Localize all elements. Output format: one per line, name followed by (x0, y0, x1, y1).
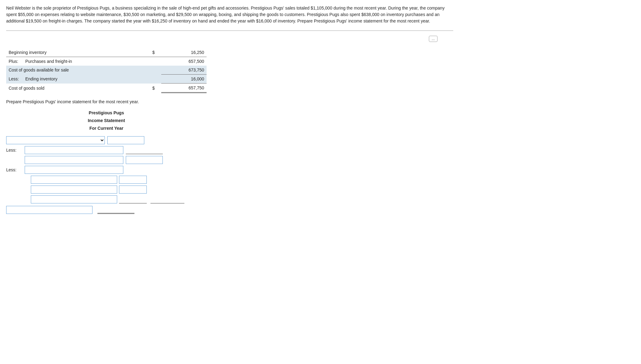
expense-row-2 (31, 186, 207, 194)
dollar-sign (150, 75, 161, 84)
income-form: Net sales revenue Sales revenue Less: Le… (6, 136, 207, 214)
horizontal-divider (6, 31, 453, 31)
expense-row-3 (31, 195, 207, 203)
expense1-amount-input[interactable] (119, 176, 147, 184)
less2-label: Less: (6, 167, 25, 172)
expenses-block (6, 176, 207, 203)
less2-row: Less: (6, 166, 207, 174)
row-label: Plus: Purchases and freight-in (6, 57, 150, 66)
intro-paragraph: Neil Webster is the sole proprietor of P… (6, 5, 453, 24)
row-label: Less: Ending inventory (6, 75, 150, 84)
expense2-amount-input[interactable] (119, 186, 147, 194)
company-name: Prestigious Pugs (6, 109, 207, 117)
net-income-label-input[interactable] (6, 206, 92, 214)
row-amount: 657,500 (161, 57, 207, 66)
expense3-label-input[interactable] (31, 195, 117, 203)
gross-profit-amount-input[interactable] (126, 156, 163, 164)
gross-profit-input[interactable] (25, 156, 123, 164)
revenue-row: Net sales revenue Sales revenue (6, 136, 207, 144)
dollar-sign (150, 66, 161, 75)
expense3-amount-input[interactable] (119, 195, 147, 203)
row-amount: 657,750 (161, 84, 207, 93)
row-label: Cost of goods sold (6, 84, 150, 93)
dollar-sign: $ (150, 48, 161, 57)
less1-row: Less: (6, 146, 207, 154)
dollar-sign (150, 57, 161, 66)
row-amount: 673,750 (161, 66, 207, 75)
total-expenses-amount-input[interactable] (150, 195, 184, 203)
gross-profit-row (6, 156, 207, 164)
expense1-label-input[interactable] (31, 176, 117, 184)
prepare-text: Prepare Prestigious Pugs' income stateme… (6, 99, 635, 104)
income-header: Prestigious Pugs Income Statement For Cu… (6, 109, 207, 133)
row-label: Beginning inventory (6, 48, 150, 57)
less1-amount-input[interactable] (126, 146, 163, 154)
table-row: Cost of goods available for sale 673,750 (6, 66, 207, 75)
cogs-table: Beginning inventory $ 16,250 Plus: Purch… (6, 48, 207, 93)
row-label: Cost of goods available for sale (6, 66, 150, 75)
revenue-amount-input[interactable] (107, 136, 144, 144)
expense-row-1 (31, 176, 207, 184)
statement-period: For Current Year (6, 125, 207, 132)
table-row: Less: Ending inventory 16,000 (6, 75, 207, 84)
row-amount: 16,000 (161, 75, 207, 84)
ellipsis-button[interactable]: ... (429, 36, 438, 42)
expense2-label-input[interactable] (31, 186, 117, 194)
revenue-dropdown-wrapper: Net sales revenue Sales revenue (6, 136, 105, 144)
table-row: Cost of goods sold $ 657,750 (6, 84, 207, 93)
less2-text-input[interactable] (25, 166, 123, 174)
row-amount: 16,250 (161, 48, 207, 57)
income-statement-section: Prestigious Pugs Income Statement For Cu… (6, 109, 635, 214)
table-row: Beginning inventory $ 16,250 (6, 48, 207, 57)
less1-text-input[interactable] (25, 146, 123, 154)
net-income-row (6, 206, 207, 214)
net-income-amount-input[interactable] (97, 206, 134, 214)
revenue-dropdown[interactable]: Net sales revenue Sales revenue (6, 136, 105, 144)
table-row: Plus: Purchases and freight-in 657,500 (6, 57, 207, 66)
dollar-sign: $ (150, 84, 161, 93)
less1-label: Less: (6, 148, 25, 153)
statement-title: Income Statement (6, 117, 207, 125)
